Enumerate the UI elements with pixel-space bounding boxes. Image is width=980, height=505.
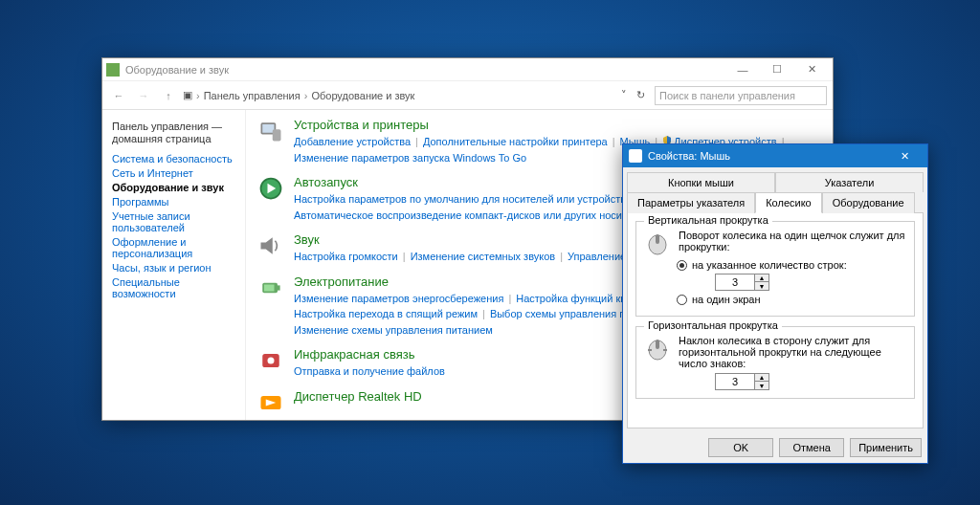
svg-rect-7 [278,285,280,290]
maximize-button[interactable]: ☐ [760,59,794,80]
ok-button[interactable]: OK [708,438,773,457]
svg-rect-14 [656,234,659,244]
tab-buttons[interactable]: Кнопки мыши [627,172,775,192]
mouse-tabs-row1: Кнопки мыши Указатели [627,171,924,191]
breadcrumb-root[interactable]: Панель управления [204,90,301,101]
category-title-devices[interactable]: Устройства и принтеры [294,118,821,132]
radio-screen-label: на один экран [692,294,761,305]
infrared-icon [257,347,284,374]
horizontal-scroll-desc: Наклон колесика в сторону служит для гор… [679,335,906,369]
vertical-scroll-title: Вертикальная прокрутка [644,214,772,226]
apply-button[interactable]: Применить [850,438,922,457]
cp-sidebar: Панель управления — домашняя страница Си… [102,110,246,420]
spin-down-icon[interactable]: ▼ [755,282,768,290]
sidebar-item-clock[interactable]: Часы, язык и регион [112,262,235,274]
radio-lines-label: на указанное количество строк: [692,259,847,271]
shield-icon [662,134,672,143]
tab-wheel-panel: Вертикальная прокрутка Поворот колесика … [627,212,924,428]
tab-hardware[interactable]: Оборудование [822,192,915,213]
cp-titlebar[interactable]: Оборудование и звук — ☐ ✕ [102,58,833,81]
link-autoplay-cd[interactable]: Автоматическое воспроизведение компакт-д… [294,208,650,224]
dialog-button-row: OK Отмена Применить [623,432,927,463]
search-placeholder: Поиск в панели управления [659,90,795,101]
up-button[interactable]: ↑ [158,85,179,106]
search-input[interactable]: Поиск в панели управления [655,86,827,105]
svg-point-10 [268,358,275,364]
close-button[interactable]: ✕ [794,59,829,80]
svg-rect-8 [264,284,275,291]
link-power-save[interactable]: Изменение параметров энергосбережения [294,291,503,307]
horizontal-scroll-group: Горизонтальная прокрутка Наклон колесика… [635,326,915,399]
link-add-device[interactable]: Добавление устройства [294,134,411,150]
horizontal-chars-spinner[interactable]: ▲▼ [715,373,769,390]
sound-icon [257,232,284,259]
mouse-dialog-title: Свойства: Мышь [648,150,730,162]
horizontal-chars-input[interactable] [716,374,754,389]
vertical-lines-input[interactable] [716,274,754,290]
spin-up-icon[interactable]: ▲ [755,374,768,382]
radio-lines-row[interactable]: на указанное количество строк: [677,259,906,271]
radio-screen-row[interactable]: на один экран [677,294,906,305]
refresh-icon[interactable]: ↻ [636,89,645,101]
link-volume[interactable]: Настройка громкости [294,249,398,265]
tab-pointers[interactable]: Указатели [775,172,924,192]
breadcrumb[interactable]: ▣ › Панель управления › Оборудование и з… [183,89,414,101]
link-system-sounds[interactable]: Изменение системных звуков [411,249,556,265]
mouse-properties-dialog: Свойства: Мышь ✕ Кнопки мыши Указатели П… [622,143,928,464]
mouse-tabs-row2: Параметры указателя Колесико Оборудовани… [627,191,924,212]
svg-rect-2 [273,129,281,141]
breadcrumb-leaf[interactable]: Оборудование и звук [311,90,414,101]
cancel-button[interactable]: Отмена [779,438,844,457]
realtek-icon [257,389,284,416]
breadcrumb-dropdown-icon[interactable]: ˅ [621,89,627,101]
mouse-dialog-icon [629,149,642,163]
cp-icon [106,63,120,77]
link-printer-settings[interactable]: Дополнительные настройки принтера [423,134,608,150]
minimize-button[interactable]: — [725,59,760,80]
tilt-wheel-icon [644,335,671,362]
radio-lines[interactable] [677,260,687,271]
sidebar-item-accessibility[interactable]: Специальные возможности [112,276,235,299]
vertical-scroll-group: Вертикальная прокрутка Поворот колесика … [635,221,915,317]
tab-pointer-options[interactable]: Параметры указателя [627,192,755,213]
back-button[interactable]: ← [108,85,129,106]
forward-button[interactable]: → [133,85,154,106]
horizontal-scroll-title: Горизонтальная прокрутка [644,319,782,331]
sidebar-item-network[interactable]: Сеть и Интернет [112,167,235,179]
cp-navbar: ← → ↑ ▣ › Панель управления › Оборудован… [102,81,833,110]
vertical-lines-spinner[interactable]: ▲▼ [715,274,769,291]
spin-up-icon[interactable]: ▲ [755,274,768,282]
link-infrared-send[interactable]: Отправка и получение файлов [294,363,445,380]
svg-rect-1 [262,124,274,133]
sidebar-home[interactable]: Панель управления — домашняя страница [112,121,235,145]
link-power-plan-edit[interactable]: Изменение схемы управления питанием [294,322,493,339]
sidebar-item-accounts[interactable]: Учетные записи пользователей [112,210,235,233]
link-autoplay-defaults[interactable]: Настройка параметров по умолчанию для но… [294,191,626,208]
svg-marker-5 [261,237,273,254]
vertical-scroll-desc: Поворот колесика на один щелчок служит д… [679,230,906,252]
devices-icon [257,118,284,144]
link-sleep[interactable]: Настройка перехода в спящий режим [294,306,478,322]
spin-down-icon[interactable]: ▼ [755,382,768,389]
power-icon [257,274,284,301]
cp-title: Оборудование и звук [125,64,229,76]
tab-wheel[interactable]: Колесико [755,192,822,213]
sidebar-item-system[interactable]: Система и безопасность [112,153,235,165]
autoplay-icon [257,175,284,202]
mouse-titlebar[interactable]: Свойства: Мышь ✕ [623,144,927,167]
link-windows-to-go[interactable]: Изменение параметров запуска Windows To … [294,150,526,166]
radio-screen[interactable] [677,295,687,305]
wheel-icon [644,230,671,256]
sidebar-item-appearance[interactable]: Оформление и персонализация [112,236,235,259]
mouse-close-button[interactable]: ✕ [887,145,922,166]
breadcrumb-icon: ▣ [183,89,192,101]
sidebar-item-programs[interactable]: Программы [112,196,235,208]
sidebar-item-hardware[interactable]: Оборудование и звук [112,182,235,193]
svg-rect-16 [656,340,659,349]
